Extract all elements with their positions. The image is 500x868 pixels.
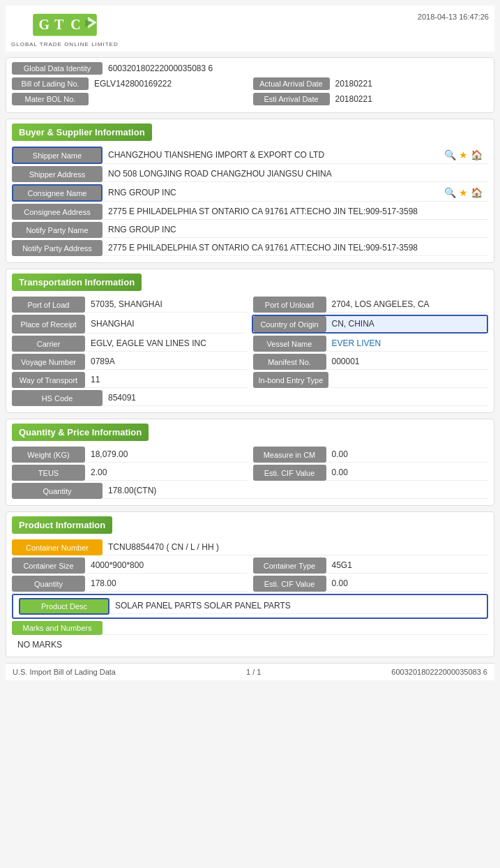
container-type-value: 45G1 (326, 558, 489, 574)
container-size-label: Container Size (12, 558, 85, 574)
svg-text:T: T (54, 17, 64, 32)
header: G T C GLOBAL TRADE ONLINE LIMITED 2018-0… (6, 6, 494, 52)
shipper-name-icons: 🔍 ★ 🏠 (444, 149, 483, 160)
receipt-origin-row: Place of Receipt SHANGHAI Country of Ori… (12, 315, 488, 334)
container-size-half: Container Size 4000*900*800 (12, 558, 248, 574)
notify-party-address-value: 2775 E PHILADELPHIA ST ONTARIO CA 91761 … (103, 240, 488, 256)
place-of-receipt-label: Place of Receipt (12, 315, 85, 334)
product-info-title: Product Information (12, 516, 112, 534)
hs-code-value: 854091 (103, 390, 488, 406)
port-of-unload-half: Port of Unload 2704, LOS ANGELES, CA (253, 297, 489, 313)
star-icon[interactable]: ★ (459, 187, 468, 198)
way-of-transport-label: Way of Transport (12, 372, 85, 388)
shipper-name-label: Shipper Name (12, 147, 103, 164)
port-row: Port of Load 57035, SHANGHAI Port of Unl… (12, 297, 488, 313)
transportation-title: Transportation Information (12, 274, 142, 291)
shipper-name-row: Shipper Name CHANGZHOU TIANSHENG IMPORT … (12, 147, 488, 164)
esti-cif-half: Esti. CIF Value 0.00 (253, 465, 489, 481)
product-desc-value: SOLAR PANEL PARTS SOLAR PANEL PARTS (109, 598, 481, 614)
esti-arrival-value: 20180221 (335, 94, 372, 104)
esti-cif-label: Esti. CIF Value (253, 465, 326, 481)
place-of-receipt-half: Place of Receipt SHANGHAI (12, 315, 246, 334)
shipper-address-label: Shipper Address (12, 166, 103, 182)
port-of-unload-value: 2704, LOS ANGELES, CA (326, 297, 489, 313)
transport-inbond-row: Way of Transport 11 In-bond Entry Type (12, 372, 488, 388)
product-desc-label[interactable]: Product Desc (19, 598, 109, 615)
esti-arrival-half: Esti Arrival Date 20180221 (253, 93, 489, 105)
product-esti-cif-value: 0.00 (326, 576, 489, 592)
carrier-label: Carrier (12, 336, 85, 352)
consignee-name-value: RNG GROUP INC 🔍 ★ 🏠 (103, 184, 488, 202)
buyer-supplier-body: Shipper Name CHANGZHOU TIANSHENG IMPORT … (6, 144, 494, 262)
home-icon[interactable]: 🏠 (471, 187, 483, 198)
measure-cm-half: Measure in CM 0.00 (253, 447, 489, 463)
master-bol-row: Mater BOL No. Esti Arrival Date 20180221 (12, 93, 488, 105)
footer-center: 1 / 1 (246, 668, 261, 676)
home-icon[interactable]: 🏠 (471, 149, 483, 160)
footer-right: 600320180222000035083 6 (391, 668, 487, 676)
in-bond-entry-label: In-bond Entry Type (253, 372, 329, 388)
container-size-value: 4000*900*800 (85, 558, 248, 574)
esti-arrival-label: Esti Arrival Date (253, 93, 330, 105)
marks-label: Marks and Numbers (12, 621, 103, 635)
actual-arrival-half: Actual Arrival Date 20180221 (253, 77, 489, 90)
consignee-address-label: Consignee Address (12, 204, 103, 220)
shipper-name-text: CHANGZHOU TIANSHENG IMPORT & EXPORT CO L… (108, 150, 324, 160)
vessel-name-half: Vessel Name EVER LIVEN (253, 336, 489, 352)
consignee-address-row: Consignee Address 2775 E PHILADELPHIA ST… (12, 204, 488, 220)
weight-measure-row: Weight (KG) 18,079.00 Measure in CM 0.00 (12, 447, 488, 463)
consignee-name-label: Consignee Name (12, 184, 103, 202)
container-number-label: Container Number (12, 539, 103, 555)
esti-cif-value: 0.00 (326, 465, 489, 481)
search-icon[interactable]: 🔍 (444, 187, 456, 198)
page: G T C GLOBAL TRADE ONLINE LIMITED 2018-0… (0, 0, 500, 868)
manifest-no-label: Manifest No. (253, 354, 326, 370)
quantity-value: 178.00(CTN) (103, 483, 488, 499)
way-of-transport-half: Way of Transport 11 (12, 372, 248, 388)
product-desc-box: Product Desc SOLAR PANEL PARTS SOLAR PAN… (12, 594, 488, 619)
voyage-number-value: 0789A (85, 354, 248, 370)
buyer-supplier-title: Buyer & Supplier Information (12, 124, 152, 141)
notify-party-address-label: Notify Party Address (12, 240, 103, 256)
logo-icon: G T C (30, 10, 100, 41)
port-of-load-half: Port of Load 57035, SHANGHAI (12, 297, 248, 313)
search-icon[interactable]: 🔍 (444, 149, 456, 160)
measure-cm-value: 0.00 (326, 447, 489, 463)
marks-value-text: NO MARKS (12, 637, 488, 652)
measure-cm-label: Measure in CM (253, 447, 326, 463)
container-number-row: Container Number TCNU8854470 ( CN / L / … (12, 539, 488, 555)
actual-arrival-value: 20180221 (335, 79, 372, 89)
notify-party-name-value: RNG GROUP INC (103, 222, 488, 238)
country-of-origin-half: Country of Origin CN, CHINA (252, 315, 489, 334)
logo-text: GLOBAL TRADE ONLINE LIMITED (11, 41, 119, 47)
place-of-receipt-value: SHANGHAI (85, 315, 246, 334)
consignee-name-row: Consignee Name RNG GROUP INC 🔍 ★ 🏠 (12, 184, 488, 202)
quantity-price-title: Quantity & Price Information (12, 424, 149, 441)
manifest-no-half: Manifest No. 000001 (253, 354, 489, 370)
star-icon[interactable]: ★ (459, 149, 468, 160)
product-quantity-value: 178.00 (85, 576, 248, 592)
consignee-address-value: 2775 E PHILADELPHIA ST ONTARIO CA 91761 … (103, 204, 488, 220)
in-bond-entry-half: In-bond Entry Type (253, 372, 489, 388)
carrier-vessel-row: Carrier EGLV, EAGLE VAN LINES INC Vessel… (12, 336, 488, 352)
notify-party-name-label: Notify Party Name (12, 222, 103, 238)
weight-value: 18,079.00 (85, 447, 248, 463)
in-bond-entry-value (328, 372, 488, 388)
product-esti-cif-half: Esti. CIF Value 0.00 (253, 576, 489, 592)
global-id-section: Global Data Identity 6003201802220000350… (6, 57, 494, 113)
footer: U.S. Import Bill of Lading Data 1 / 1 60… (6, 663, 494, 680)
transportation-section: Transportation Information Port of Load … (6, 269, 494, 413)
container-type-label: Container Type (253, 558, 326, 574)
port-of-unload-label: Port of Unload (253, 297, 326, 313)
way-of-transport-value: 11 (85, 372, 248, 388)
master-bol-half: Mater BOL No. (12, 93, 248, 105)
container-number-value: TCNU8854470 ( CN / L / HH ) (103, 539, 488, 555)
shipper-address-value: NO 508 LONGJING ROAD CHANGZHOU JIANGSU C… (103, 166, 488, 182)
quantity-label: Quantity (12, 483, 103, 499)
master-bol-label: Mater BOL No. (12, 93, 89, 105)
carrier-value: EGLV, EAGLE VAN LINES INC (85, 336, 248, 352)
teus-label: TEUS (12, 465, 85, 481)
consignee-name-icons: 🔍 ★ 🏠 (444, 187, 483, 198)
shipper-address-row: Shipper Address NO 508 LONGJING ROAD CHA… (12, 166, 488, 182)
svg-text:C: C (70, 17, 80, 32)
